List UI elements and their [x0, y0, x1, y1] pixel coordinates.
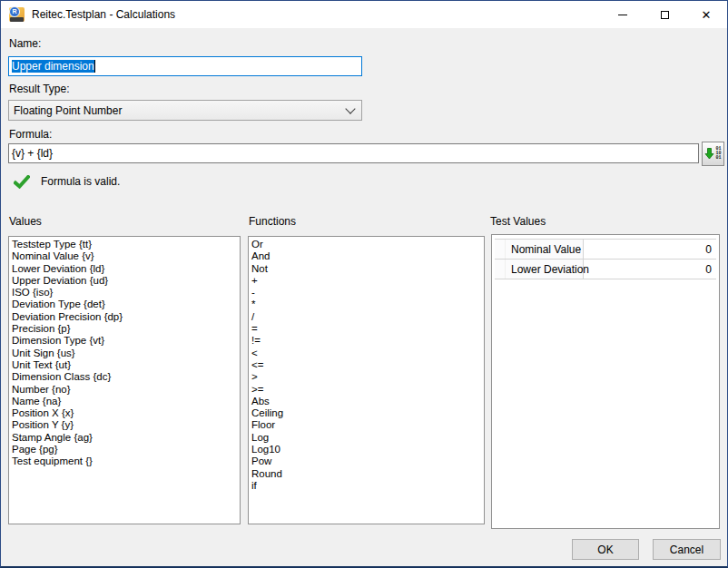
app-icon-bar [10, 17, 24, 22]
values-list-item[interactable]: Deviation Type {det} [12, 299, 240, 310]
caption-buttons: ✕ [602, 1, 727, 28]
functions-list-item[interactable]: Abs [251, 396, 484, 407]
functions-list-item[interactable]: Or [251, 239, 484, 250]
close-button[interactable]: ✕ [685, 1, 727, 28]
text-caret [94, 60, 95, 73]
name-input[interactable]: Upper dimension [8, 56, 362, 76]
name-label: Name: [9, 37, 41, 50]
functions-label: Functions [249, 215, 296, 228]
insert-value-button[interactable]: 011001 [702, 142, 724, 166]
maximize-icon [661, 11, 669, 19]
values-list-item[interactable]: Nominal Value {v} [12, 250, 240, 262]
functions-list-item[interactable]: - [251, 287, 484, 299]
values-list-item[interactable]: ISO {iso} [12, 287, 240, 299]
values-list-item[interactable]: Unit Sign {us} [12, 348, 240, 359]
close-icon: ✕ [702, 9, 712, 21]
functions-list-item[interactable]: if [251, 480, 484, 492]
functions-list-item[interactable]: = [251, 323, 484, 335]
functions-list-item[interactable]: > [251, 371, 484, 383]
functions-list-item[interactable]: Round [251, 468, 484, 480]
formula-label: Formula: [9, 128, 52, 141]
formula-input[interactable]: {v} + {ld} [8, 143, 699, 163]
cancel-button[interactable]: Cancel [653, 539, 721, 560]
chevron-down-icon [345, 103, 355, 113]
values-list-item[interactable]: Deviation Precision {dp} [12, 311, 240, 323]
row-header-strip [495, 240, 506, 259]
maximize-button[interactable] [644, 1, 685, 28]
validation-status: Formula is valid. [14, 173, 120, 190]
values-list-item[interactable]: Page {pg} [12, 444, 240, 455]
dialog-client-area: Name: Upper dimension Result Type: Float… [1, 28, 727, 566]
ok-button[interactable]: OK [572, 539, 639, 560]
row-label-cell: Nominal Value [506, 240, 584, 259]
validation-message: Formula is valid. [41, 175, 120, 188]
green-down-arrow-icon [704, 148, 714, 160]
functions-list-item[interactable]: Ceiling [251, 407, 484, 419]
name-input-selected-text: Upper dimension [12, 60, 94, 73]
values-list-item[interactable]: Name {na} [12, 396, 240, 407]
functions-list-item[interactable]: Pow [251, 455, 484, 467]
result-type-value: Floating Point Number [14, 104, 122, 117]
values-list-item[interactable]: Upper Deviation {ud} [12, 275, 240, 287]
result-type-label: Result Type: [9, 83, 69, 95]
table-row: Nominal Value 0 [495, 240, 716, 260]
formula-input-value: {v} + {ld} [12, 147, 53, 160]
values-list-item[interactable]: Test equipment {} [12, 455, 240, 467]
row-header-strip [495, 260, 506, 279]
dialog-window: R Reitec.Testplan - Calculations ✕ Name:… [0, 0, 728, 568]
functions-list-item[interactable]: >= [251, 384, 484, 396]
values-list-item[interactable]: Position X {x} [12, 407, 240, 419]
test-values-label: Test Values [490, 215, 546, 228]
values-listbox: Teststep Type {tt}Nominal Value {v}Lower… [8, 236, 241, 524]
values-list-item[interactable]: Precision {p} [12, 323, 240, 335]
functions-list-item[interactable]: Log10 [251, 444, 484, 455]
title-bar: R Reitec.Testplan - Calculations ✕ [1, 1, 727, 28]
minimize-button[interactable] [602, 1, 644, 28]
check-icon [14, 175, 30, 189]
test-values-panel: Nominal Value 0 Lower Deviation 0 [491, 234, 720, 529]
minimize-icon [618, 15, 627, 15]
functions-list-item[interactable]: != [251, 335, 484, 347]
app-icon-letter: R [9, 6, 20, 17]
functions-list-item[interactable]: And [251, 250, 484, 262]
functions-list-item[interactable]: * [251, 299, 484, 310]
functions-list-item[interactable]: Floor [251, 419, 484, 431]
functions-list-item[interactable]: Not [251, 263, 484, 275]
values-list-item[interactable]: Position Y {y} [12, 419, 240, 431]
app-icon: R [9, 7, 25, 22]
row-value-cell[interactable]: 0 [584, 240, 716, 259]
test-values-table: Nominal Value 0 Lower Deviation 0 [495, 239, 716, 279]
row-label-cell: Lower Deviation [506, 260, 584, 279]
functions-listbox: OrAndNot+-*/=!=<<=>>=AbsCeilingFloorLogL… [248, 236, 485, 524]
values-list-item[interactable]: Number {no} [12, 384, 240, 396]
values-list-item[interactable]: Lower Deviation {ld} [12, 263, 240, 275]
window-title: Reitec.Testplan - Calculations [32, 8, 175, 21]
functions-list-item[interactable]: / [251, 311, 484, 323]
functions-list-item[interactable]: < [251, 348, 484, 359]
result-type-select[interactable]: Floating Point Number [8, 100, 362, 121]
values-list-item[interactable]: Dimension Class {dc} [12, 371, 240, 383]
values-list-item[interactable]: Teststep Type {tt} [12, 239, 240, 250]
table-row: Lower Deviation 0 [495, 260, 716, 279]
functions-list-item[interactable]: + [251, 275, 484, 287]
values-list-item[interactable]: Unit Text {ut} [12, 359, 240, 371]
functions-list-item[interactable]: Log [251, 432, 484, 444]
values-label: Values [9, 215, 42, 228]
values-list-item[interactable]: Dimension Type {vt} [12, 335, 240, 347]
row-value-cell[interactable]: 0 [584, 260, 716, 279]
functions-list-item[interactable]: <= [251, 359, 484, 371]
binary-digits-icon: 011001 [715, 147, 721, 161]
values-list-item[interactable]: Stamp Angle {ag} [12, 432, 240, 444]
